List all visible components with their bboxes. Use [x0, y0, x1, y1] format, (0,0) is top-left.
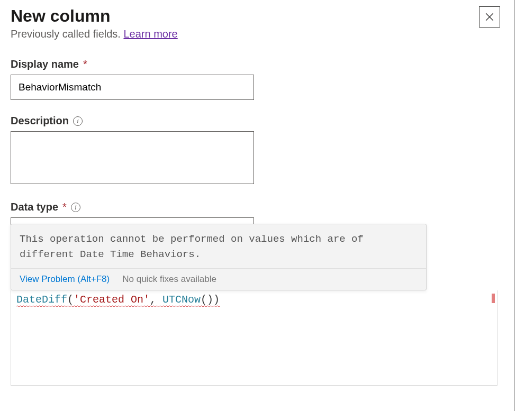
token-function: DateDiff — [16, 294, 67, 306]
formula-code-line: DateDiff('Created On', UTCNow()) — [16, 294, 492, 306]
minimap-error-marker — [492, 294, 495, 303]
scrollbar-track[interactable] — [514, 0, 515, 411]
info-icon[interactable]: i — [71, 203, 80, 212]
display-name-label-text: Display name — [11, 58, 79, 70]
required-asterisk: * — [83, 58, 87, 70]
token-function: UTCNow — [162, 294, 201, 306]
data-type-label: Data type * i — [11, 201, 505, 213]
token-comma: , — [150, 294, 162, 306]
display-name-label: Display name * — [11, 58, 505, 70]
description-label: Description i — [11, 115, 505, 127]
display-name-input[interactable] — [11, 75, 254, 100]
token-string: 'Created On' — [74, 294, 150, 306]
description-label-text: Description — [11, 115, 69, 127]
data-type-label-text: Data type — [11, 201, 58, 213]
subtitle-text: Previously called fields. — [11, 28, 123, 40]
error-message: This operation cannot be performed on va… — [11, 224, 426, 268]
page-title: New column — [11, 6, 178, 26]
required-asterisk: * — [62, 201, 67, 213]
token-paren: () — [201, 294, 213, 306]
close-button[interactable] — [479, 6, 500, 28]
token-paren: ) — [213, 294, 220, 306]
error-tooltip: This operation cannot be performed on va… — [11, 224, 427, 290]
formula-editor[interactable]: DateDiff('Created On', UTCNow()) — [11, 290, 497, 386]
token-paren: ( — [67, 294, 74, 306]
page-subtitle: Previously called fields. Learn more — [11, 28, 178, 40]
description-input[interactable] — [11, 131, 254, 184]
view-problem-link[interactable]: View Problem (Alt+F8) — [20, 274, 110, 285]
info-icon[interactable]: i — [73, 116, 83, 126]
no-quick-fixes-text: No quick fixes available — [122, 274, 216, 285]
learn-more-link[interactable]: Learn more — [123, 28, 177, 40]
close-icon — [485, 12, 494, 22]
